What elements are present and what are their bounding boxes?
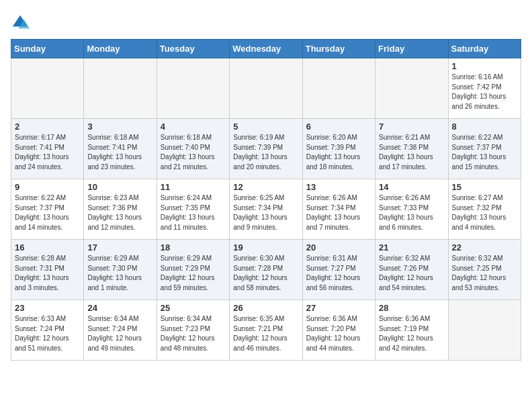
day-number: 24 [87, 303, 152, 313]
calendar-day-cell: 4Sunrise: 6:18 AM Sunset: 7:40 PM Daylig… [157, 119, 229, 179]
day-info: Sunrise: 6:26 AM Sunset: 7:33 PM Dayligh… [379, 193, 444, 232]
calendar-day-cell: 9Sunrise: 6:22 AM Sunset: 7:37 PM Daylig… [11, 179, 84, 240]
day-number: 19 [233, 242, 298, 253]
calendar-day-cell: 1Sunrise: 6:16 AM Sunset: 7:42 PM Daylig… [448, 58, 521, 119]
day-number: 12 [233, 182, 298, 192]
calendar-day-cell: 22Sunrise: 6:32 AM Sunset: 7:25 PM Dayli… [448, 240, 521, 300]
weekday-header-sunday: Sunday [11, 40, 84, 58]
day-info: Sunrise: 6:29 AM Sunset: 7:30 PM Dayligh… [87, 254, 152, 293]
calendar-day-cell: 12Sunrise: 6:25 AM Sunset: 7:34 PM Dayli… [230, 179, 302, 240]
day-info: Sunrise: 6:26 AM Sunset: 7:34 PM Dayligh… [306, 193, 371, 232]
calendar-day-cell: 11Sunrise: 6:24 AM Sunset: 7:35 PM Dayli… [157, 179, 229, 240]
day-info: Sunrise: 6:36 AM Sunset: 7:19 PM Dayligh… [379, 314, 444, 353]
day-info: Sunrise: 6:25 AM Sunset: 7:34 PM Dayligh… [233, 193, 298, 232]
weekday-header-thursday: Thursday [302, 40, 375, 58]
calendar-week-row: 1Sunrise: 6:16 AM Sunset: 7:42 PM Daylig… [11, 58, 521, 119]
day-info: Sunrise: 6:20 AM Sunset: 7:39 PM Dayligh… [306, 133, 371, 172]
day-info: Sunrise: 6:18 AM Sunset: 7:40 PM Dayligh… [161, 133, 226, 172]
day-number: 15 [452, 182, 517, 192]
day-info: Sunrise: 6:34 AM Sunset: 7:24 PM Dayligh… [87, 314, 152, 353]
day-number: 26 [233, 303, 298, 313]
weekday-header-friday: Friday [375, 40, 448, 58]
day-info: Sunrise: 6:33 AM Sunset: 7:24 PM Dayligh… [15, 314, 80, 353]
day-info: Sunrise: 6:28 AM Sunset: 7:31 PM Dayligh… [15, 254, 80, 293]
day-info: Sunrise: 6:22 AM Sunset: 7:37 PM Dayligh… [15, 193, 80, 232]
day-info: Sunrise: 6:23 AM Sunset: 7:36 PM Dayligh… [87, 193, 152, 232]
day-number: 8 [452, 122, 517, 132]
day-info: Sunrise: 6:18 AM Sunset: 7:41 PM Dayligh… [87, 133, 152, 172]
day-number: 4 [161, 122, 226, 132]
day-info: Sunrise: 6:29 AM Sunset: 7:29 PM Dayligh… [161, 254, 226, 293]
calendar-day-cell [448, 300, 521, 361]
logo [11, 13, 32, 32]
day-number: 6 [306, 122, 371, 132]
day-number: 11 [161, 182, 226, 192]
day-info: Sunrise: 6:19 AM Sunset: 7:39 PM Dayligh… [233, 133, 298, 172]
day-info: Sunrise: 6:31 AM Sunset: 7:27 PM Dayligh… [306, 254, 371, 293]
day-number: 21 [379, 242, 444, 253]
day-info: Sunrise: 6:32 AM Sunset: 7:26 PM Dayligh… [379, 254, 444, 293]
calendar-day-cell: 26Sunrise: 6:35 AM Sunset: 7:21 PM Dayli… [230, 300, 302, 361]
day-info: Sunrise: 6:36 AM Sunset: 7:20 PM Dayligh… [306, 314, 371, 353]
day-number: 22 [452, 242, 517, 253]
calendar-day-cell: 8Sunrise: 6:22 AM Sunset: 7:37 PM Daylig… [448, 119, 521, 179]
day-number: 9 [15, 182, 80, 192]
calendar-day-cell [302, 58, 375, 119]
day-number: 3 [87, 122, 152, 132]
day-number: 18 [161, 242, 226, 253]
day-number: 5 [233, 122, 298, 132]
weekday-header-monday: Monday [84, 40, 157, 58]
day-number: 14 [379, 182, 444, 192]
weekday-header-wednesday: Wednesday [230, 40, 302, 58]
day-info: Sunrise: 6:21 AM Sunset: 7:38 PM Dayligh… [379, 133, 444, 172]
weekday-header-tuesday: Tuesday [157, 40, 229, 58]
day-info: Sunrise: 6:24 AM Sunset: 7:35 PM Dayligh… [161, 193, 226, 232]
weekday-header-saturday: Saturday [448, 40, 521, 58]
day-info: Sunrise: 6:34 AM Sunset: 7:23 PM Dayligh… [161, 314, 226, 353]
calendar-day-cell [84, 58, 157, 119]
day-number: 27 [306, 303, 371, 313]
logo-icon [11, 13, 30, 32]
calendar-day-cell: 7Sunrise: 6:21 AM Sunset: 7:38 PM Daylig… [375, 119, 448, 179]
day-number: 20 [306, 242, 371, 253]
calendar-day-cell: 6Sunrise: 6:20 AM Sunset: 7:39 PM Daylig… [302, 119, 375, 179]
page-header [11, 11, 521, 32]
day-info: Sunrise: 6:30 AM Sunset: 7:28 PM Dayligh… [233, 254, 298, 293]
calendar-day-cell: 17Sunrise: 6:29 AM Sunset: 7:30 PM Dayli… [84, 240, 157, 300]
calendar-day-cell: 18Sunrise: 6:29 AM Sunset: 7:29 PM Dayli… [157, 240, 229, 300]
day-number: 10 [87, 182, 152, 192]
weekday-header-row: SundayMondayTuesdayWednesdayThursdayFrid… [11, 40, 521, 58]
calendar-day-cell: 3Sunrise: 6:18 AM Sunset: 7:41 PM Daylig… [84, 119, 157, 179]
day-number: 28 [379, 303, 444, 313]
calendar-day-cell: 21Sunrise: 6:32 AM Sunset: 7:26 PM Dayli… [375, 240, 448, 300]
calendar-day-cell: 28Sunrise: 6:36 AM Sunset: 7:19 PM Dayli… [375, 300, 448, 361]
day-info: Sunrise: 6:17 AM Sunset: 7:41 PM Dayligh… [15, 133, 80, 172]
calendar-day-cell [230, 58, 302, 119]
calendar-day-cell: 20Sunrise: 6:31 AM Sunset: 7:27 PM Dayli… [302, 240, 375, 300]
day-info: Sunrise: 6:32 AM Sunset: 7:25 PM Dayligh… [452, 254, 517, 293]
day-number: 1 [452, 61, 517, 71]
calendar-week-row: 9Sunrise: 6:22 AM Sunset: 7:37 PM Daylig… [11, 179, 521, 240]
day-number: 2 [15, 122, 80, 132]
day-info: Sunrise: 6:22 AM Sunset: 7:37 PM Dayligh… [452, 133, 517, 172]
calendar-day-cell: 10Sunrise: 6:23 AM Sunset: 7:36 PM Dayli… [84, 179, 157, 240]
calendar-day-cell: 15Sunrise: 6:27 AM Sunset: 7:32 PM Dayli… [448, 179, 521, 240]
calendar-day-cell: 24Sunrise: 6:34 AM Sunset: 7:24 PM Dayli… [84, 300, 157, 361]
calendar-day-cell: 23Sunrise: 6:33 AM Sunset: 7:24 PM Dayli… [11, 300, 84, 361]
calendar-day-cell: 27Sunrise: 6:36 AM Sunset: 7:20 PM Dayli… [302, 300, 375, 361]
calendar-day-cell: 25Sunrise: 6:34 AM Sunset: 7:23 PM Dayli… [157, 300, 229, 361]
calendar-table: SundayMondayTuesdayWednesdayThursdayFrid… [11, 39, 521, 361]
calendar-day-cell [11, 58, 84, 119]
calendar-day-cell: 13Sunrise: 6:26 AM Sunset: 7:34 PM Dayli… [302, 179, 375, 240]
day-info: Sunrise: 6:35 AM Sunset: 7:21 PM Dayligh… [233, 314, 298, 353]
calendar-day-cell: 5Sunrise: 6:19 AM Sunset: 7:39 PM Daylig… [230, 119, 302, 179]
day-number: 13 [306, 182, 371, 192]
day-number: 17 [87, 242, 152, 253]
calendar-day-cell: 16Sunrise: 6:28 AM Sunset: 7:31 PM Dayli… [11, 240, 84, 300]
calendar-day-cell [375, 58, 448, 119]
day-number: 7 [379, 122, 444, 132]
day-info: Sunrise: 6:16 AM Sunset: 7:42 PM Dayligh… [452, 73, 517, 111]
calendar-week-row: 16Sunrise: 6:28 AM Sunset: 7:31 PM Dayli… [11, 240, 521, 300]
day-number: 16 [15, 242, 80, 253]
calendar-week-row: 2Sunrise: 6:17 AM Sunset: 7:41 PM Daylig… [11, 119, 521, 179]
